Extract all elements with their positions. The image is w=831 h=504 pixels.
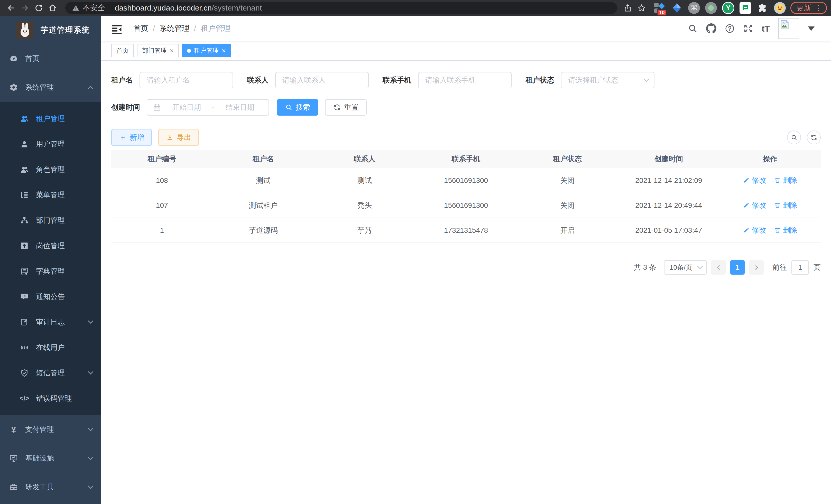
add-button[interactable]: ＋ 新增 <box>111 129 152 146</box>
sidebar-item-label: 审计日志 <box>36 317 89 327</box>
chevron-down-icon <box>88 369 93 375</box>
close-icon[interactable]: × <box>170 47 174 54</box>
collapse-sidebar-icon[interactable] <box>111 23 122 34</box>
sidebar: 芋道管理系统 首页 系统管理 租户管理 <box>0 16 101 504</box>
sidebar-item-error-code[interactable]: </> 错误码管理 <box>0 386 101 411</box>
header-search-icon[interactable] <box>688 23 698 34</box>
tenant-status-select[interactable]: 请选择租户状态 <box>561 72 655 88</box>
sidebar-item-role[interactable]: 角色管理 <box>0 157 101 182</box>
date-range-picker[interactable]: 开始日期 - 结束日期 <box>147 99 269 116</box>
chrome-update-button[interactable]: 更新 ⋮ <box>791 2 827 14</box>
delete-link[interactable]: 删除 <box>774 175 797 185</box>
cell-tenant-name: 芋道源码 <box>212 218 314 243</box>
extensions-puzzle-icon[interactable] <box>756 2 769 14</box>
extension-chat-icon[interactable] <box>740 2 751 14</box>
sidebar-item-label: 系统管理 <box>25 83 89 92</box>
cell-created: 2021-12-14 20:49:44 <box>618 193 719 218</box>
tab-tenant[interactable]: 租户管理 × <box>182 44 231 57</box>
address-bar[interactable]: 不安全 dashboard.yudao.iocoder.cn/system/te… <box>65 2 617 14</box>
tenant-name-input[interactable] <box>140 72 233 88</box>
cell-actions: 修改 删除 <box>719 168 821 193</box>
col-actions: 操作 <box>719 150 821 168</box>
goto-page-input[interactable] <box>792 260 809 275</box>
edit-pencil-icon <box>743 177 750 184</box>
cell-contact: 秃头 <box>314 193 415 218</box>
cell-tenant-id: 108 <box>111 168 212 193</box>
goto-label: 前往 <box>772 263 787 272</box>
cell-actions: 修改 删除 <box>719 193 821 218</box>
extension-record-icon[interactable] <box>705 2 717 14</box>
sidebar-item-label: 部门管理 <box>36 215 92 225</box>
tab-dept[interactable]: 部门管理 × <box>137 44 179 57</box>
close-icon[interactable]: × <box>222 47 226 54</box>
share-icon[interactable] <box>621 1 635 15</box>
browser-back-icon[interactable] <box>4 1 18 15</box>
sidebar-item-home[interactable]: 首页 <box>0 44 101 73</box>
sidebar-item-sms[interactable]: 短信管理 <box>0 360 101 386</box>
extension-command-icon[interactable]: ⌘ <box>688 2 700 14</box>
extension-tasks-icon[interactable]: 10 <box>653 2 665 14</box>
page-unit-label: 页 <box>813 263 821 272</box>
trash-icon <box>774 227 781 234</box>
browser-home-icon[interactable] <box>46 1 60 15</box>
edit-link[interactable]: 修改 <box>743 225 766 235</box>
current-page[interactable]: 1 <box>730 260 745 275</box>
divider <box>110 4 110 12</box>
delete-link[interactable]: 删除 <box>774 200 797 210</box>
contact-mobile-input[interactable] <box>418 72 512 88</box>
cell-tenant-name: 测试 <box>212 168 314 193</box>
sidebar-item-dict[interactable]: 字典管理 <box>0 259 101 284</box>
search-button[interactable]: 搜索 <box>277 99 318 116</box>
font-size-icon[interactable]: tT <box>762 24 770 34</box>
sidebar-item-menu[interactable]: 菜单管理 <box>0 182 101 208</box>
edit-link[interactable]: 修改 <box>743 200 766 210</box>
sidebar-item-infra[interactable]: 基础设施 <box>0 444 101 473</box>
sidebar-logo[interactable]: 芋道管理系统 <box>0 16 101 44</box>
sidebar-item-online-user[interactable]: 在线用户 <box>0 335 101 360</box>
search-label: 搜索 <box>296 102 310 112</box>
tab-home[interactable]: 首页 <box>111 44 134 57</box>
github-icon[interactable] <box>706 23 716 34</box>
date-separator: - <box>212 103 214 112</box>
sidebar-item-system[interactable]: 系统管理 <box>0 73 101 102</box>
sidebar-item-devtools[interactable]: 研发工具 <box>0 473 101 501</box>
table-row: 1 芋道源码 芋艿 17321315478 开启 2021-01-05 17:0… <box>111 218 821 243</box>
sidebar-item-dept[interactable]: 部门管理 <box>0 208 101 233</box>
sidebar-item-user[interactable]: 用户管理 <box>0 131 101 157</box>
refresh-table-button[interactable] <box>807 130 821 144</box>
extension-kite-icon[interactable] <box>671 2 683 14</box>
sidebar-item-tenant[interactable]: 租户管理 <box>0 106 101 131</box>
help-question-icon[interactable] <box>725 23 735 34</box>
reset-button[interactable]: 重置 <box>325 99 367 116</box>
extension-y-icon[interactable]: Y <box>722 2 735 14</box>
browser-forward-icon[interactable] <box>18 1 32 15</box>
toggle-search-button[interactable] <box>787 130 801 144</box>
edit-link[interactable]: 修改 <box>743 175 766 185</box>
chevron-down-icon <box>644 76 649 82</box>
chevron-up-icon <box>88 86 93 91</box>
page-size-select[interactable]: 10条/页 <box>664 260 707 275</box>
dictionary-icon <box>19 267 30 276</box>
col-mobile: 联系手机 <box>415 150 516 168</box>
breadcrumb-system[interactable]: 系统管理 <box>160 23 190 34</box>
fullscreen-icon[interactable] <box>743 23 753 34</box>
sidebar-item-pay[interactable]: ¥ 支付管理 <box>0 415 101 444</box>
next-page-button[interactable] <box>749 260 764 275</box>
export-button[interactable]: 导出 <box>158 129 199 146</box>
breadcrumb-home[interactable]: 首页 <box>133 23 148 34</box>
browser-reload-icon[interactable] <box>32 1 46 15</box>
sidebar-item-audit-log[interactable]: 审计日志 <box>0 309 101 335</box>
export-label: 导出 <box>177 132 191 142</box>
prev-page-button[interactable] <box>711 260 726 275</box>
bookmark-star-icon[interactable] <box>635 1 649 15</box>
sidebar-item-notice[interactable]: 通知公告 <box>0 284 101 309</box>
avatar-caret-icon[interactable] <box>808 26 814 31</box>
breadcrumb-current: 租户管理 <box>201 23 230 34</box>
contact-name-input[interactable] <box>275 72 369 88</box>
avatar[interactable] <box>778 18 799 39</box>
delete-link[interactable]: 删除 <box>774 225 797 235</box>
chrome-menu-kebab-icon[interactable]: ⋮ <box>815 3 823 12</box>
profile-emoji-icon[interactable] <box>774 2 786 14</box>
sidebar-item-post[interactable]: 岗位管理 <box>0 233 101 259</box>
total-count: 共 3 条 <box>634 263 656 272</box>
